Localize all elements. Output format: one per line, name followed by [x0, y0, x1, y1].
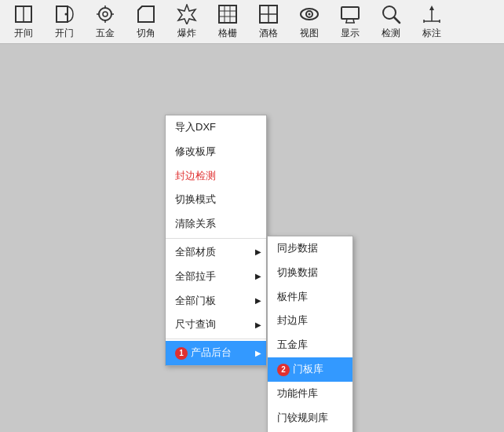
toolbar-label: 酒格 [259, 27, 278, 40]
sub-menu-item-切换数据[interactable]: 切换数据 [268, 261, 352, 285]
svg-marker-12 [178, 5, 195, 24]
sub-menu: 同步数据切换数据板件库封边库五金库2门板库功能件库门铰规则库连接规则库灯条方案设… [267, 236, 353, 432]
sub-menu-item-label: 门铰规则库 [277, 412, 328, 423]
toolbar-item-切角[interactable]: 切角 [126, 2, 166, 42]
menu-item-label: 全部拉手 [175, 270, 216, 282]
sub-menu-item-封边库[interactable]: 封边库 [268, 309, 352, 333]
toolbar-item-视图[interactable]: 视图 [289, 2, 330, 42]
toolbar-icon-视图 [298, 3, 320, 25]
toolbar-item-酒格[interactable]: 酒格 [248, 2, 289, 42]
toolbar-label: 切角 [137, 27, 155, 40]
context-menu-item-切换模式[interactable]: 切换模式 [166, 188, 266, 212]
sub-menu-item-五金库[interactable]: 五金库 [268, 333, 352, 357]
sub-menu-item-label: 门板库 [293, 363, 323, 375]
toolbar-label: 开间 [14, 27, 33, 40]
svg-rect-13 [219, 5, 236, 23]
toolbar-item-爆炸[interactable]: 爆炸 [166, 2, 207, 42]
context-menu-item-导入DXF[interactable]: 导入DXF [166, 115, 266, 140]
menu-item-label: 全部门板 [175, 295, 216, 306]
toolbar-label: 显示 [341, 27, 360, 40]
toolbar-icon-切角 [135, 3, 157, 25]
toolbar-label: 标注 [422, 27, 441, 40]
toolbar-item-显示[interactable]: 显示 [330, 2, 371, 42]
toolbar-icon-显示 [339, 3, 361, 25]
menu-separator [166, 339, 266, 339]
context-menu-item-全部拉手[interactable]: 全部拉手 [166, 265, 266, 289]
context-menu-item-修改板厚[interactable]: 修改板厚 [166, 140, 266, 164]
menu-item-label: 产品后台 [191, 346, 232, 358]
toolbar-item-五金[interactable]: 五金 [85, 2, 126, 42]
toolbar-icon-爆炸 [176, 3, 198, 25]
toolbar-icon-开门 [53, 3, 75, 25]
context-menu-item-全部门板[interactable]: 全部门板 [166, 289, 266, 313]
sub-menu-item-板件库[interactable]: 板件库 [268, 285, 352, 309]
sub-menu-item-同步数据[interactable]: 同步数据 [268, 236, 352, 261]
svg-point-23 [309, 13, 311, 16]
badge: 1 [175, 347, 188, 360]
context-menu: 导入DXF修改板厚封边检测切换模式清除关系全部材质全部拉手全部门板尺寸查询1产品… [165, 115, 267, 366]
menu-item-label: 尺寸查询 [175, 318, 216, 330]
toolbar-label: 检测 [382, 27, 400, 40]
context-menu-item-产品后台[interactable]: 1产品后台 [166, 341, 266, 365]
toolbar-item-检测[interactable]: 检测 [371, 2, 411, 42]
toolbar-icon-检测 [380, 3, 402, 25]
svg-point-4 [99, 8, 111, 20]
menu-item-label: 导入DXF [175, 121, 216, 133]
sub-menu-item-门铰规则库[interactable]: 门铰规则库 [268, 406, 352, 430]
toolbar-item-开间[interactable]: 开间 [3, 2, 44, 42]
context-menu-item-清除关系[interactable]: 清除关系 [166, 212, 266, 236]
svg-line-11 [138, 6, 142, 10]
toolbar-item-开门[interactable]: 开门 [44, 2, 85, 42]
sub-menu-item-label: 板件库 [277, 291, 308, 302]
svg-point-3 [65, 13, 68, 16]
toolbar-icon-格栅 [217, 3, 239, 25]
sub-menu-item-label: 五金库 [277, 339, 308, 350]
sub-menu-item-功能件库[interactable]: 功能件库 [268, 382, 352, 406]
menu-item-label: 清除关系 [175, 218, 216, 229]
toolbar-label: 五金 [96, 27, 115, 40]
toolbar-label: 爆炸 [177, 27, 196, 40]
sub-menu-item-门板库[interactable]: 2门板库 [268, 357, 352, 382]
toolbar-icon-酒格 [257, 3, 279, 25]
toolbar: 开间开门五金切角爆炸格栅酒格视图显示检测标注 [0, 0, 504, 44]
svg-point-5 [103, 12, 108, 16]
sub-badge: 2 [277, 364, 290, 376]
sub-menu-item-label: 封边库 [277, 314, 308, 326]
toolbar-item-标注[interactable]: 标注 [411, 2, 452, 42]
toolbar-icon-标注 [421, 3, 443, 25]
toolbar-label: 视图 [300, 27, 319, 40]
menu-item-label: 全部材质 [175, 246, 216, 258]
menu-item-label: 修改板厚 [175, 145, 216, 157]
menu-separator [166, 238, 266, 239]
menu-item-label: 切换模式 [175, 193, 216, 205]
toolbar-item-格栅[interactable]: 格栅 [207, 2, 248, 42]
context-menu-item-尺寸查询[interactable]: 尺寸查询 [166, 313, 266, 337]
toolbar-icon-五金 [94, 3, 116, 25]
toolbar-label: 格栅 [218, 27, 237, 40]
canvas-area: 导入DXF修改板厚封边检测切换模式清除关系全部材质全部拉手全部门板尺寸查询1产品… [0, 44, 504, 432]
sub-menu-item-label: 功能件库 [277, 387, 318, 399]
menu-item-label: 封边检测 [175, 170, 216, 181]
svg-line-29 [394, 17, 400, 23]
toolbar-label: 开门 [55, 27, 74, 40]
context-menu-item-封边检测[interactable]: 封边检测 [166, 164, 266, 189]
toolbar-icon-开间 [13, 3, 35, 25]
context-menu-item-全部材质[interactable]: 全部材质 [166, 240, 266, 265]
sub-menu-item-label: 切换数据 [277, 266, 318, 278]
svg-marker-34 [429, 5, 434, 10]
sub-menu-item-label: 同步数据 [277, 242, 318, 254]
svg-rect-24 [341, 7, 359, 19]
